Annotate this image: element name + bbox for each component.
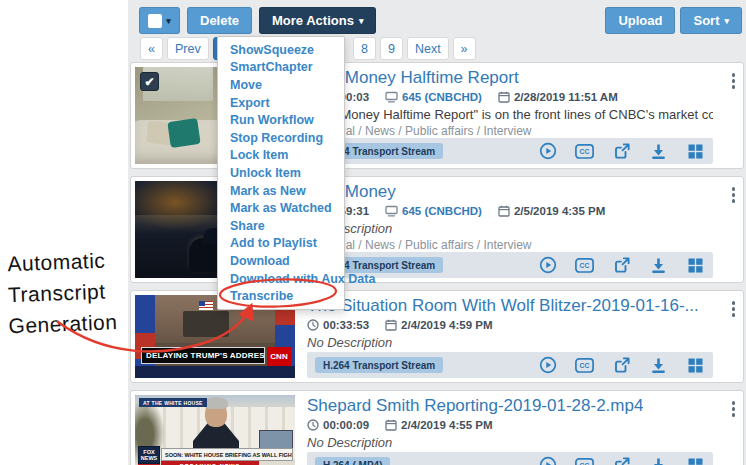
calendar-icon — [385, 319, 397, 331]
thumbnail-top-banner: AT THE WHITE HOUSE — [139, 398, 207, 407]
menu-item-add-to-playlist[interactable]: Add to Playlist — [218, 235, 344, 253]
pagination-page-8[interactable]: 8 — [353, 37, 376, 60]
share-icon[interactable] — [612, 143, 631, 160]
thumbnail-image: AT THE WHITE HOUSESOON: WHITE HOUSE BRIE… — [135, 395, 295, 465]
menu-item-lock-item[interactable]: Lock Item — [218, 147, 344, 165]
pagination-page-9[interactable]: 9 — [380, 37, 403, 60]
menu-item-mark-as-watched[interactable]: Mark as Watched — [218, 199, 344, 217]
us-flag — [199, 301, 213, 310]
item-description: No Description — [307, 335, 713, 350]
kebab-menu-icon[interactable] — [732, 187, 736, 203]
chevron-down-icon: ▾ — [724, 16, 729, 26]
svg-text:CC: CC — [580, 148, 590, 155]
kebab-menu-icon[interactable] — [732, 401, 736, 417]
format-badge: H.264 (.MP4) — [315, 457, 390, 465]
grid-view-icon[interactable] — [686, 357, 705, 374]
play-icon[interactable] — [538, 357, 557, 374]
menu-item-download[interactable]: Download — [218, 252, 344, 270]
item-channel: 645 (CNBCHD) — [385, 91, 482, 103]
closed-captions-icon[interactable]: CC — [575, 357, 594, 374]
item-title-link[interactable]: Shepard Smith Reporting-2019-01-28-2.mp4 — [307, 396, 643, 416]
kebab-menu-icon[interactable] — [732, 301, 736, 317]
menu-item-run-workflow[interactable]: Run Workflow — [218, 111, 344, 129]
annotation-line: Transcript — [7, 275, 128, 311]
kebab-menu-icon[interactable] — [732, 73, 736, 89]
play-icon[interactable] — [538, 457, 557, 465]
sort-button[interactable]: Sort ▾ — [680, 7, 742, 34]
menu-item-download-with-aux-data[interactable]: Download with Aux Data — [218, 270, 344, 288]
download-icon[interactable] — [649, 143, 668, 160]
calendar-icon — [385, 419, 397, 431]
item-title-link[interactable]: The Situation Room With Wolf Blitzer-201… — [307, 296, 699, 316]
download-icon[interactable] — [649, 457, 668, 465]
closed-captions-icon[interactable]: CC — [575, 143, 594, 160]
cnn-logo: CNN — [267, 347, 291, 366]
play-icon[interactable] — [538, 143, 557, 160]
video-thumbnail[interactable]: AT THE WHITE HOUSESOON: WHITE HOUSE BRIE… — [135, 395, 295, 465]
pagination-prev[interactable]: Prev — [167, 37, 209, 60]
closed-captions-icon[interactable]: CC — [575, 257, 594, 274]
grid-view-icon[interactable] — [686, 257, 705, 274]
menu-item-export[interactable]: Export — [218, 94, 344, 112]
menu-item-move[interactable]: Move — [218, 76, 344, 94]
share-icon[interactable] — [612, 257, 631, 274]
download-icon[interactable] — [649, 357, 668, 374]
menu-item-mark-as-new[interactable]: Mark as New — [218, 182, 344, 200]
thumbnail-chyron-text: DELAYING TRUMP'S ADDRESS — [141, 347, 265, 364]
annotation-line: Automatic — [7, 244, 128, 280]
item-date: 2/5/2019 4:35 PM — [498, 205, 605, 217]
pagination-next[interactable]: Next — [407, 37, 449, 60]
item-selected-checkbox[interactable]: ✔ — [140, 72, 159, 91]
item-date: 2/28/2019 11:51 AM — [498, 91, 618, 103]
pagination-right: 89Next» — [353, 37, 476, 60]
toolbar: ▾ Delete More Actions ▾ Upload Sort ▾ — [139, 7, 742, 34]
select-all-dropdown-button[interactable]: ▾ — [139, 7, 180, 34]
tv-icon — [385, 91, 398, 103]
pagination-last[interactable]: » — [453, 37, 476, 60]
svg-text:CC: CC — [580, 362, 590, 369]
share-icon[interactable] — [612, 457, 631, 465]
chevron-down-icon: ▾ — [166, 16, 171, 26]
chevron-down-icon: ▾ — [359, 16, 364, 26]
grid-view-icon[interactable] — [686, 457, 705, 465]
thumbnail-chyron-text: SOON: WHITE HOUSE BRIEFING AS WALL FIGHT… — [161, 448, 293, 461]
breaking-news-banner: BREAKING NEWS — [161, 461, 259, 465]
menu-item-share[interactable]: Share — [218, 217, 344, 235]
item-date: 2/4/2019 4:59 PM — [385, 319, 492, 331]
fox-news-logo: FOX NEWS — [138, 446, 160, 464]
format-badge: H.264 Transport Stream — [315, 357, 443, 373]
item-tags: Financial / News / Public affairs / Inte… — [307, 238, 713, 252]
download-icon[interactable] — [649, 257, 668, 274]
menu-item-showsqueeze[interactable]: ShowSqueeze — [218, 41, 344, 59]
item-description: No Description — [307, 221, 713, 236]
calendar-icon — [498, 91, 510, 103]
media-library-page: Automatic Transcript Generation ▾ Delete… — [0, 0, 746, 465]
clock-icon — [307, 419, 319, 431]
content-pane: ▾ Delete More Actions ▾ Upload Sort ▾ «P… — [128, 0, 746, 465]
pagination-first[interactable]: « — [140, 37, 163, 60]
handwritten-annotation: Automatic Transcript Generation — [7, 245, 129, 340]
play-icon[interactable] — [538, 257, 557, 274]
more-actions-button[interactable]: More Actions ▾ — [259, 7, 376, 34]
item-channel: 645 (CNBCHD) — [385, 205, 482, 217]
select-all-checkbox[interactable] — [148, 14, 162, 28]
menu-item-smartchapter[interactable]: SmartChapter — [218, 59, 344, 77]
share-icon[interactable] — [612, 357, 631, 374]
menu-item-stop-recording[interactable]: Stop Recording — [218, 129, 344, 147]
annotation-line: Generation — [8, 306, 129, 342]
svg-text:CC: CC — [580, 262, 590, 269]
grid-view-icon[interactable] — [686, 143, 705, 160]
item-description: No Description — [307, 435, 713, 450]
menu-item-unlock-item[interactable]: Unlock Item — [218, 164, 344, 182]
item-description: "Fast Money Halftime Report" is on the f… — [307, 107, 713, 122]
upload-button[interactable]: Upload — [605, 7, 675, 34]
calendar-icon — [498, 205, 510, 217]
delete-button[interactable]: Delete — [187, 7, 252, 34]
check-icon: ✔ — [144, 75, 154, 89]
closed-captions-icon[interactable]: CC — [575, 457, 594, 465]
item-duration: 00:00:09 — [307, 419, 369, 431]
tv-icon — [385, 205, 398, 217]
media-item-card: AT THE WHITE HOUSESOON: WHITE HOUSE BRIE… — [130, 390, 744, 465]
clock-icon — [307, 319, 319, 331]
menu-item-transcribe[interactable]: Transcribe — [218, 287, 344, 305]
